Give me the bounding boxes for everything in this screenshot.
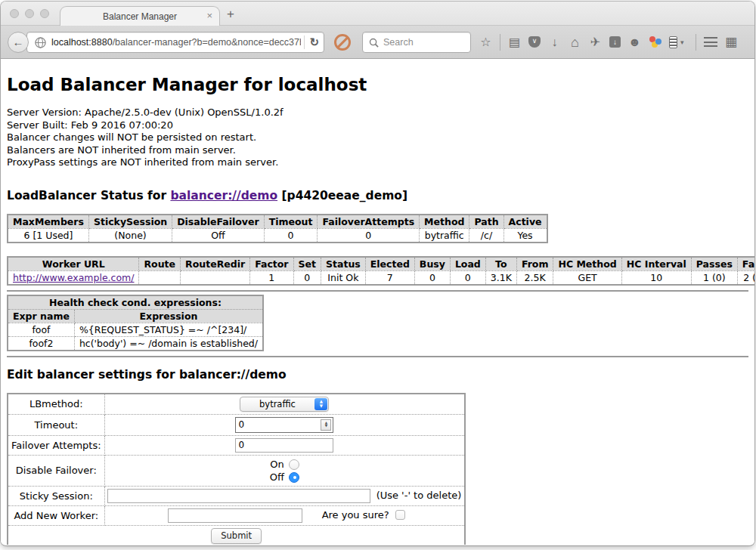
column-header: DisableFailover xyxy=(172,215,264,229)
add-worker-input[interactable] xyxy=(168,508,302,523)
chat-icon[interactable]: ☻ xyxy=(628,36,641,48)
submit-button[interactable]: Submit xyxy=(211,528,262,544)
balancer-params-table: MaxMembers StickySession DisableFailover… xyxy=(7,214,548,243)
toolbar-divider xyxy=(500,34,500,51)
table-row: foof2 hc('body') =~ /domain is establish… xyxy=(8,336,263,351)
menu-button[interactable] xyxy=(704,37,717,47)
search-box[interactable] xyxy=(362,32,471,53)
bookmark-star-icon[interactable]: ☆ xyxy=(479,36,492,48)
form-row: Sticky Session: (Use '-' to delete) xyxy=(8,486,465,505)
column-header: Factor xyxy=(250,257,293,271)
close-window-button[interactable] xyxy=(10,9,19,18)
number-stepper-icon[interactable]: ▲▼ xyxy=(321,419,331,431)
column-header: Busy xyxy=(414,257,450,271)
add-worker-label: Add New Worker: xyxy=(8,505,104,525)
pocket-icon[interactable]: ∨ xyxy=(528,36,541,48)
balancer-link[interactable]: balancer://demo xyxy=(170,189,277,202)
url-text: localhost:8880/balancer-manager?b=demo&n… xyxy=(51,37,301,48)
server-info-line: Server Version: Apache/2.5.0-dev (Unix) … xyxy=(7,107,748,119)
cell: bytraffic xyxy=(420,228,469,243)
home-icon[interactable]: ⌂ xyxy=(569,36,581,49)
lbmethod-label: LBmethod: xyxy=(8,394,104,415)
column-header: To xyxy=(485,257,516,271)
column-header: Route xyxy=(139,257,181,271)
save-page-icon[interactable]: ↓ xyxy=(609,36,621,48)
search-icon xyxy=(369,38,379,48)
cell xyxy=(139,270,181,285)
cell: 0 xyxy=(318,228,420,243)
health-table-title: Health check cond. expressions: xyxy=(8,295,263,310)
worker-url-link[interactable]: http://www.example.com/ xyxy=(13,272,134,283)
confirm-checkbox[interactable] xyxy=(395,510,405,520)
health-check-table: Health check cond. expressions: Expr nam… xyxy=(7,295,264,351)
status-heading: LoadBalancer Status for balancer://demo … xyxy=(7,189,748,202)
cell: GET xyxy=(553,270,621,285)
table-row: http://www.example.com/ 1 0 Init Ok 7 0 … xyxy=(8,270,754,285)
column-header: FailoverAttempts xyxy=(318,215,420,229)
cell: 6 [1 Used] xyxy=(8,228,88,243)
server-info-line: Balancers are NOT inherited from main se… xyxy=(7,144,748,157)
apps-grid-icon[interactable]: ▦ xyxy=(725,34,740,50)
table-header-row: Worker URL Route RouteRedir Factor Set S… xyxy=(8,257,754,271)
sticky-session-input[interactable] xyxy=(107,489,370,503)
column-header: Status xyxy=(321,257,366,271)
status-heading-suffix: [p4420eeae_demo] xyxy=(277,189,407,202)
downloads-icon[interactable]: ↓ xyxy=(548,36,561,48)
failover-attempts-label: Failover Attempts: xyxy=(8,435,104,455)
tab-close-icon[interactable]: × xyxy=(206,11,212,20)
cell: 3.1K xyxy=(485,270,516,285)
cell: 0 xyxy=(414,270,450,285)
column-header: Elected xyxy=(365,257,414,271)
section-divider xyxy=(7,290,748,292)
cell: 7 xyxy=(365,270,414,285)
lbmethod-select[interactable]: bytraffic ▲▼ xyxy=(240,397,329,412)
reload-button[interactable]: ↻ xyxy=(309,36,319,49)
new-tab-button[interactable]: + xyxy=(227,7,234,22)
url-bar[interactable]: localhost:8880/balancer-manager?b=demo&n… xyxy=(26,32,324,53)
cell: /c/ xyxy=(469,228,503,243)
timeout-input[interactable] xyxy=(235,417,333,433)
cell: %{REQUEST_STATUS} =~ /^[234]/ xyxy=(74,323,263,336)
cell: 0 xyxy=(293,270,321,285)
table-header-row: MaxMembers StickySession DisableFailover… xyxy=(8,215,547,229)
form-row: Submit xyxy=(8,525,465,545)
form-row: Timeout: ▲▼ xyxy=(8,414,465,435)
search-input[interactable] xyxy=(383,37,464,48)
send-tab-icon[interactable]: ✈ xyxy=(589,36,602,48)
cell: http://www.example.com/ xyxy=(8,270,139,285)
tab-balancer-manager[interactable]: Balancer Manager × xyxy=(60,6,220,26)
cell: Off xyxy=(172,228,264,243)
reading-list-icon[interactable]: ▤ xyxy=(508,36,521,48)
failover-attempts-input[interactable] xyxy=(235,438,333,453)
window-controls xyxy=(10,9,49,18)
colors-extension-icon[interactable] xyxy=(649,36,662,48)
cell: Yes xyxy=(503,228,547,243)
cell: 0 xyxy=(450,270,485,285)
toolbar-divider xyxy=(696,34,696,51)
battery-extension-icon[interactable] xyxy=(669,36,677,48)
browser-window: Balancer Manager × + ← localhost:8880/ba… xyxy=(1,2,754,545)
cell: foof2 xyxy=(8,336,74,351)
cell: hc('body') =~ /domain is established/ xyxy=(74,336,263,351)
radio-off-label: Off xyxy=(270,471,284,483)
content-blocked-icon[interactable] xyxy=(334,34,351,51)
cell: 1 xyxy=(250,270,293,285)
cell: 2 (0) xyxy=(737,270,754,285)
edit-balancer-form: LBmethod: bytraffic ▲▼ Timeout: ▲▼ xyxy=(7,393,466,545)
column-header: Worker URL xyxy=(8,257,139,271)
back-button[interactable]: ← xyxy=(8,32,29,53)
form-row: Disable Failover: On Off xyxy=(8,455,465,486)
failover-on-radio[interactable] xyxy=(289,459,299,470)
overflow-caret-icon[interactable]: ▾ xyxy=(680,39,688,46)
page-content: Load Balancer Manager for localhost Serv… xyxy=(1,59,754,545)
failover-off-radio[interactable] xyxy=(289,472,299,483)
column-header: Load xyxy=(450,257,485,271)
url-domain: localhost:8880 xyxy=(51,37,113,48)
form-row: LBmethod: bytraffic ▲▼ xyxy=(8,394,465,415)
column-header: From xyxy=(516,257,553,271)
server-info: Server Version: Apache/2.5.0-dev (Unix) … xyxy=(7,107,748,169)
column-header: RouteRedir xyxy=(181,257,250,271)
disable-failover-label: Disable Failover: xyxy=(8,455,104,486)
zoom-window-button[interactable] xyxy=(40,9,49,18)
minimize-window-button[interactable] xyxy=(25,9,34,18)
